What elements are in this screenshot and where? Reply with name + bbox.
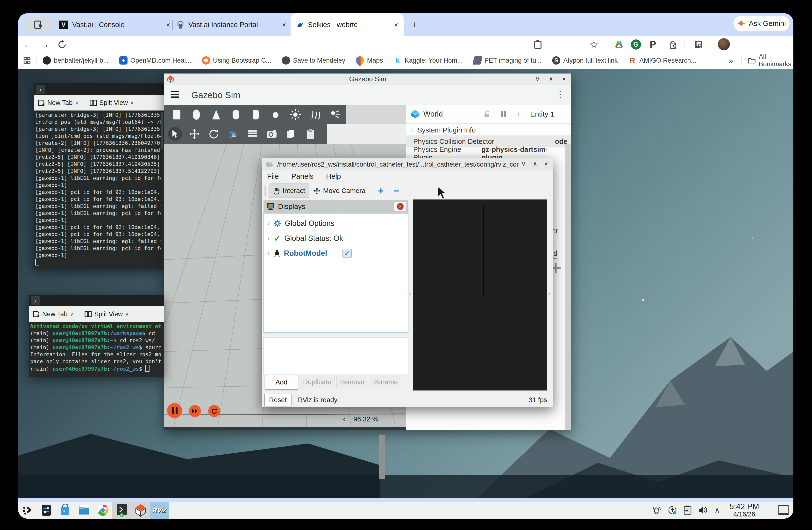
background-scrollbar[interactable] [379, 435, 385, 479]
tab-vast-console[interactable]: V Vast.ai | Console × [59, 13, 170, 36]
all-bookmarks-button[interactable]: All Bookmarks [748, 53, 793, 68]
expander-icon[interactable]: › [267, 249, 270, 258]
chevron-down-icon[interactable]: ∨ [75, 100, 79, 106]
shape-ellipsoid-button[interactable] [189, 108, 203, 122]
light-directional-button[interactable] [308, 108, 322, 122]
split-view-label[interactable]: Split View [94, 310, 123, 318]
sim-pause-icon[interactable] [501, 111, 506, 117]
shape-sphere-button[interactable] [269, 108, 282, 122]
tool-video-record-button[interactable] [245, 127, 259, 141]
minimize-icon[interactable]: ∨ [521, 160, 526, 168]
volume-icon[interactable] [698, 505, 708, 515]
reset-sim-button[interactable] [208, 405, 220, 417]
back-icon[interactable]: ← [21, 38, 34, 51]
rviz-3d-view[interactable] [413, 199, 547, 390]
move-camera-tool-button[interactable]: Move Camera [309, 184, 369, 197]
robotmodel-checkbox[interactable]: ✓ [343, 249, 352, 258]
ask-gemini-button[interactable]: Ask Gemini [734, 16, 789, 31]
gazebo-titlebar[interactable]: Gazebo Sim ∨ ∧ × [164, 73, 571, 85]
terminal-tab-icon[interactable]: › [36, 85, 45, 94]
maximize-icon[interactable]: ∧ [533, 160, 537, 168]
reload-icon[interactable] [56, 38, 68, 51]
rviz-app-icon[interactable]: RViz [150, 502, 169, 519]
menu-panels[interactable]: Panels [291, 172, 314, 180]
tree-row-global-options[interactable]: › Global Options [264, 216, 408, 231]
profile-avatar[interactable] [718, 38, 730, 50]
tree-row-robotmodel[interactable]: › RobotModel ✓ [264, 246, 408, 261]
bookmark-item[interactable]: +OpenMD.com Heal... [119, 56, 191, 65]
apps-grid-icon[interactable] [24, 56, 31, 65]
menu-file[interactable]: File [267, 172, 279, 180]
tool-paste-button[interactable] [303, 127, 317, 141]
menu-help[interactable]: Help [326, 172, 341, 180]
tab-close-icon[interactable]: × [166, 21, 170, 29]
zoom-out-button[interactable]: − [393, 185, 399, 196]
bookmark-item[interactable]: PET imaging of tu... [474, 56, 542, 65]
displays-panel-header[interactable]: Displays × [263, 200, 408, 213]
terminal2-body[interactable]: Activated conda/uv virtual environment a… [29, 322, 164, 377]
settings-app-icon[interactable] [37, 502, 56, 519]
split-view-label[interactable]: Split View [99, 99, 128, 107]
tab-close-icon[interactable]: × [394, 21, 398, 29]
p-extension-icon[interactable]: P [647, 38, 659, 51]
tool-screenshot-button[interactable] [265, 127, 279, 141]
rviz-titlebar[interactable]: RViz /home/user/ros2_ws/install/control_… [262, 158, 553, 171]
rtf-chevron-icon[interactable]: ‹ [343, 415, 345, 423]
maximize-icon[interactable]: ∧ [549, 75, 553, 83]
system-plugin-info-row[interactable]: + System Plugin Info [406, 125, 571, 135]
gazebo-app-icon[interactable] [131, 502, 150, 519]
displays-tree[interactable]: › Global Options › ✓ Global Status: Ok › [263, 213, 408, 333]
terminal-tab-icon[interactable]: › [31, 296, 40, 305]
chevron-down-icon[interactable]: ∨ [125, 311, 129, 317]
clipboard-icon[interactable] [532, 38, 544, 51]
minimize-icon[interactable]: ∨ [535, 75, 540, 83]
bookmark-item[interactable]: RAMIGO Research... [628, 56, 696, 65]
terminal1-body[interactable]: [parameter_bridge-3] [INFO] [1776361335.… [34, 111, 164, 269]
remove-display-button[interactable]: Remove [336, 375, 367, 389]
app-launcher-button[interactable] [18, 502, 37, 519]
duplicate-display-button[interactable]: Duplicate [300, 375, 334, 389]
interact-tool-button[interactable]: Interact [269, 183, 309, 198]
discover-app-icon[interactable] [56, 502, 75, 519]
gazebo-menu-kebab-icon[interactable]: ⋮ [556, 89, 564, 99]
forward-icon[interactable]: → [39, 38, 51, 51]
pause-button[interactable] [167, 403, 182, 418]
new-tab-label[interactable]: New Tab [47, 99, 73, 107]
light-spot-button[interactable] [328, 108, 342, 122]
bookmark-item[interactable]: Using Bootstrap C... [202, 56, 272, 65]
bookmarks-overflow-icon[interactable]: » [729, 56, 733, 65]
step-forward-button[interactable] [189, 405, 201, 417]
show-desktop-button[interactable] [779, 505, 788, 515]
tab-close-icon[interactable]: × [282, 21, 286, 29]
tab-group-pill[interactable] [24, 17, 53, 32]
add-display-button[interactable]: Add [265, 375, 298, 390]
tool-translate-button[interactable] [187, 127, 201, 141]
light-sun-button[interactable] [288, 108, 302, 122]
add-entity-icon[interactable]: + [517, 110, 521, 119]
chrome-app-icon[interactable] [93, 502, 112, 519]
bookmark-item[interactable]: Maps [356, 56, 383, 65]
panel-scrollbar[interactable] [565, 144, 571, 430]
drive-extension-icon[interactable] [613, 38, 625, 51]
close-icon[interactable]: × [562, 75, 566, 83]
updates-icon[interactable] [668, 505, 677, 515]
konsole-app-icon[interactable] [112, 502, 131, 519]
chevron-down-icon[interactable]: ∨ [130, 100, 134, 106]
bookmark-item[interactable]: benbalter/jekyll-b... [43, 56, 109, 65]
splitter-collapse-icon[interactable]: ‹ [548, 290, 550, 298]
lock-icon[interactable] [484, 110, 490, 118]
file-manager-app-icon[interactable] [75, 502, 93, 519]
tray-expand-icon[interactable]: ∧ [714, 506, 720, 514]
tool-select-button[interactable] [168, 127, 182, 141]
tool-copy-button[interactable] [284, 127, 298, 141]
shape-cylinder-button[interactable] [249, 108, 263, 122]
new-tab-button[interactable]: + [408, 19, 421, 31]
bookmark-item[interactable]: SAtypon full text link [552, 56, 618, 65]
expander-icon[interactable]: › [267, 234, 270, 243]
close-icon[interactable]: × [544, 160, 548, 168]
tab-vast-portal[interactable]: Vast.ai Instance Portal × [176, 13, 286, 36]
hamburger-menu-icon[interactable] [171, 90, 179, 99]
tool-rotate-button[interactable] [207, 127, 221, 141]
extensions-puzzle-icon[interactable] [666, 38, 679, 51]
search-tabs-icon[interactable] [693, 38, 705, 51]
